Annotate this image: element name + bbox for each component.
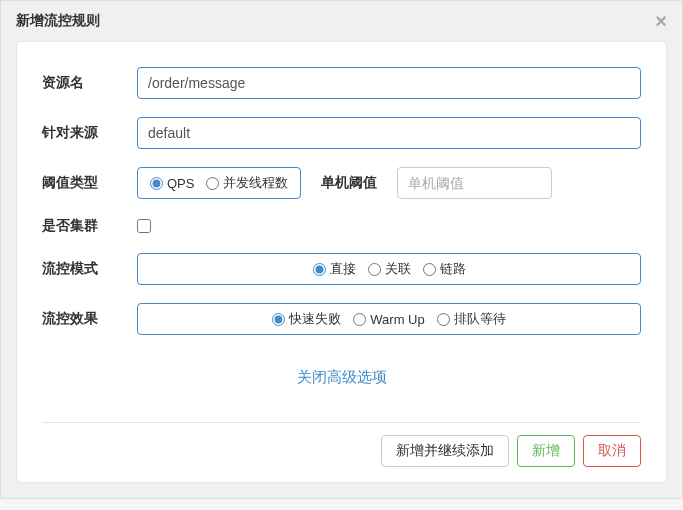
- modal-header: 新增流控规则 ×: [1, 1, 682, 41]
- flow-mode-row: 流控模式 直接 关联 链路: [42, 253, 641, 285]
- modal-body: 资源名 针对来源 阈值类型 QPS 并发线: [16, 41, 667, 483]
- add-button[interactable]: 新增: [517, 435, 575, 467]
- toggle-advanced-link[interactable]: 关闭高级选项: [42, 353, 641, 392]
- origin-row: 针对来源: [42, 117, 641, 149]
- radio-qps[interactable]: QPS: [150, 176, 194, 191]
- radio-direct-input[interactable]: [313, 263, 326, 276]
- flow-effect-label: 流控效果: [42, 310, 117, 328]
- cluster-row: 是否集群: [42, 217, 641, 235]
- radio-warmup[interactable]: Warm Up: [353, 312, 424, 327]
- origin-label: 针对来源: [42, 124, 117, 142]
- resource-row: 资源名: [42, 67, 641, 99]
- radio-direct-label: 直接: [330, 260, 356, 278]
- radio-warmup-label: Warm Up: [370, 312, 424, 327]
- modal-dialog: 新增流控规则 × 资源名 针对来源 阈值类型 QPS: [0, 0, 683, 499]
- radio-threads-input[interactable]: [206, 177, 219, 190]
- radio-qps-input[interactable]: [150, 177, 163, 190]
- radio-threads[interactable]: 并发线程数: [206, 174, 288, 192]
- radio-failfast[interactable]: 快速失败: [272, 310, 341, 328]
- radio-queue-input[interactable]: [437, 313, 450, 326]
- radio-failfast-label: 快速失败: [289, 310, 341, 328]
- radio-warmup-input[interactable]: [353, 313, 366, 326]
- close-button[interactable]: ×: [655, 11, 667, 31]
- radio-relate[interactable]: 关联: [368, 260, 411, 278]
- threshold-type-label: 阈值类型: [42, 174, 117, 192]
- origin-input[interactable]: [137, 117, 641, 149]
- radio-direct[interactable]: 直接: [313, 260, 356, 278]
- threshold-type-row: 阈值类型 QPS 并发线程数 单机阈值: [42, 167, 641, 199]
- single-threshold-input[interactable]: [397, 167, 552, 199]
- cancel-button[interactable]: 取消: [583, 435, 641, 467]
- single-threshold-label: 单机阈值: [321, 174, 377, 192]
- radio-threads-label: 并发线程数: [223, 174, 288, 192]
- resource-input[interactable]: [137, 67, 641, 99]
- radio-queue-label: 排队等待: [454, 310, 506, 328]
- radio-queue[interactable]: 排队等待: [437, 310, 506, 328]
- radio-relate-label: 关联: [385, 260, 411, 278]
- resource-label: 资源名: [42, 74, 117, 92]
- radio-qps-label: QPS: [167, 176, 194, 191]
- flow-effect-radio-group: 快速失败 Warm Up 排队等待: [137, 303, 641, 335]
- flow-mode-radio-group: 直接 关联 链路: [137, 253, 641, 285]
- cluster-label: 是否集群: [42, 217, 117, 235]
- close-icon: ×: [655, 10, 667, 32]
- radio-chain[interactable]: 链路: [423, 260, 466, 278]
- modal-footer: 新增并继续添加 新增 取消: [42, 422, 641, 467]
- cluster-checkbox[interactable]: [137, 219, 151, 233]
- modal-title: 新增流控规则: [16, 12, 100, 30]
- flow-effect-row: 流控效果 快速失败 Warm Up 排队等待: [42, 303, 641, 335]
- threshold-type-radio-group: QPS 并发线程数: [137, 167, 301, 199]
- radio-chain-input[interactable]: [423, 263, 436, 276]
- radio-relate-input[interactable]: [368, 263, 381, 276]
- radio-failfast-input[interactable]: [272, 313, 285, 326]
- radio-chain-label: 链路: [440, 260, 466, 278]
- flow-mode-label: 流控模式: [42, 260, 117, 278]
- add-continue-button[interactable]: 新增并继续添加: [381, 435, 509, 467]
